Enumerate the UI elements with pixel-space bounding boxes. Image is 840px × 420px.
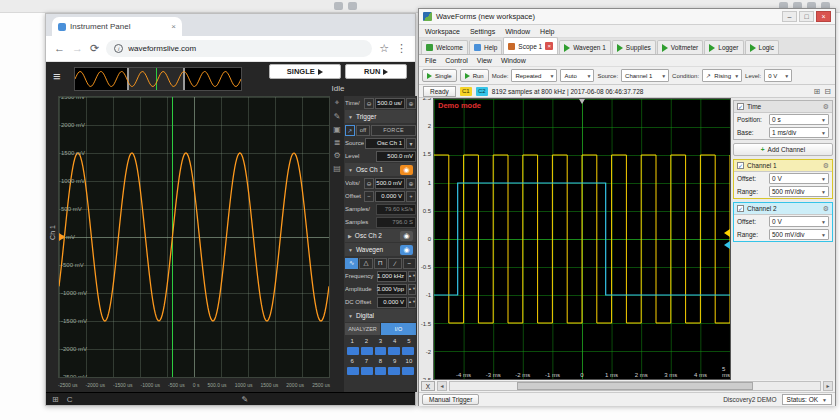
measurements-tool-icon[interactable]: ≣ [334,138,341,147]
ch2-range-select[interactable]: 500 mV/div▼ [769,229,829,240]
browser-menu-icon[interactable]: ⋮ [396,43,407,54]
digital-header[interactable]: ▼Digital [345,309,416,322]
zoom-in-icon[interactable]: ⊕ [406,178,416,189]
menu-window[interactable]: Window [505,28,530,35]
zoom-in-icon[interactable]: ⊕ [406,98,416,109]
level-select[interactable]: 0 V▼ [764,69,792,82]
single-button[interactable]: Single [422,69,457,82]
checkbox-icon[interactable]: ✓ [737,103,744,110]
sine-wave-button[interactable]: ∿ [345,258,358,269]
menu-file[interactable]: File [425,57,436,64]
trigger-header[interactable]: ▼Trigger [345,110,416,123]
acquisition-preview[interactable] [74,67,242,91]
dc-offset-input[interactable]: 0.000 V [377,297,407,308]
tab-voltmeter[interactable]: Voltmeter [657,40,703,54]
tab-close-icon[interactable]: × [171,22,176,31]
tab-close-icon[interactable]: × [545,42,553,50]
ch2-level-marker[interactable] [724,241,730,249]
ch1-indicator[interactable]: C1 [460,87,472,96]
tab-logic[interactable]: Logic [745,40,780,54]
zoom-out-icon[interactable]: ⊖ [364,98,374,109]
pin-toggle-6[interactable] [347,367,359,375]
rising-edge-button[interactable]: ↗ [345,125,355,136]
pin-toggle-3[interactable] [375,347,387,355]
maximize-icon[interactable]: □ [799,11,814,22]
condition-select[interactable]: ↗Rising▼ [702,69,742,82]
tab-wavegen-1[interactable]: Wavegen 1 [559,40,611,54]
trigger-off-button[interactable]: off [356,125,370,136]
gear-icon[interactable]: ⚙ [823,103,829,111]
time-group-header[interactable]: ✓Time⚙ [734,101,832,113]
forward-icon[interactable]: → [72,43,83,54]
device-name[interactable]: Discovery2 DEMO [723,396,776,403]
gear-icon[interactable]: ⚙ [823,162,829,170]
osc-ch1-header[interactable]: ▼Osc Ch 1◉ [345,163,416,176]
amplitude-input[interactable]: 3.000 Vpp [377,284,407,295]
ch2-power-toggle[interactable]: ◉ [400,231,413,241]
export-tool-icon[interactable]: ▣ [333,125,341,134]
display-icon[interactable] [348,2,357,10]
browser-tab[interactable]: Instrument Panel × [52,17,182,36]
edit-layout-icon[interactable]: ✎ [241,395,248,404]
add-channel-button[interactable]: +Add Channel [733,143,833,156]
menu-window[interactable]: Window [501,57,526,64]
tab-scope-1[interactable]: Scope 1× [503,37,558,54]
pin-toggle-4[interactable] [388,347,400,355]
settings-tool-icon[interactable]: ⚙ [333,151,340,160]
scrollbar-thumb[interactable] [517,382,754,390]
scrollbar-track[interactable] [449,381,821,391]
trigger-level-input[interactable]: 500.0 mV [376,151,416,162]
channel-1-header[interactable]: ✓Channel 1⚙ [734,160,832,172]
tab-supplies[interactable]: Supplies [612,40,656,54]
stepper-icon[interactable]: ▲▼ [408,284,416,295]
close-icon[interactable]: × [816,11,831,22]
menu-settings[interactable]: Settings [470,28,495,35]
stepper-icon[interactable]: ▲▼ [408,297,416,308]
checkbox-icon[interactable]: ✓ [737,205,744,212]
tab-welcome[interactable]: Welcome [421,40,468,54]
volts-input[interactable]: 500.0 mV [375,178,405,189]
trigger-time-marker[interactable] [579,99,585,104]
cursor-tool-icon[interactable]: ⌖ [335,98,340,108]
frequency-input[interactable]: 1.000 kHz [377,271,407,282]
grid-view-icon[interactable]: ⊞ [52,395,59,404]
minimize-icon[interactable]: – [782,11,797,22]
offset-input[interactable]: 0.000 V [375,191,405,202]
tab-io[interactable]: I/O [381,323,416,335]
pin-toggle-2[interactable] [361,347,373,355]
stepper-icon[interactable]: ▲▼ [408,271,416,282]
ch1-level-marker[interactable] [724,229,730,237]
plus-button[interactable]: + [406,191,416,202]
console-icon[interactable]: C [67,395,73,404]
wavegen-power-toggle[interactable]: ◉ [400,245,413,255]
ch1-offset-select[interactable]: 0 V▼ [769,173,829,184]
base-select[interactable]: 1 ms/div▼ [769,127,829,138]
pin-toggle-9[interactable] [388,367,400,375]
scroll-left-icon[interactable]: ◄ [437,381,447,391]
manual-trigger-button[interactable]: Manual Trigger [422,394,479,405]
ch1-range-select[interactable]: 500 mV/div▼ [769,186,829,197]
channel-2-header[interactable]: ✓Channel 2⚙ [734,203,832,215]
single-button[interactable]: SINGLE [269,64,341,79]
dc-wave-button[interactable]: − [403,258,416,269]
scroll-right-icon[interactable]: ► [823,381,833,391]
ch2-indicator[interactable]: C2 [476,87,488,96]
triangle-wave-button[interactable]: △ [359,258,372,269]
checkbox-icon[interactable]: ✓ [737,162,744,169]
zoom-out-icon[interactable]: ⊟ [824,87,831,96]
menu-workspace[interactable]: Workspace [425,28,460,35]
auto-select[interactable]: Auto▼ [560,69,594,82]
tab-logger[interactable]: Logger [704,40,743,54]
osc-ch2-header[interactable]: ▶Osc Ch 2◉ [345,229,416,242]
tab-analyzer[interactable]: ANALYZER [345,323,380,335]
tab-help[interactable]: Help [469,40,502,54]
address-bar[interactable]: i waveformslive.com [106,40,372,57]
force-trigger-button[interactable]: FORCE [371,125,416,136]
menu-control[interactable]: Control [445,57,468,64]
run-button[interactable]: Run [460,69,489,82]
wavegen-header[interactable]: ▼Wavegen◉ [345,243,416,256]
run-button[interactable]: RUN [345,64,407,79]
site-info-icon[interactable]: i [114,44,123,53]
reload-icon[interactable]: ⟳ [90,43,99,54]
minus-button[interactable]: − [364,191,374,202]
